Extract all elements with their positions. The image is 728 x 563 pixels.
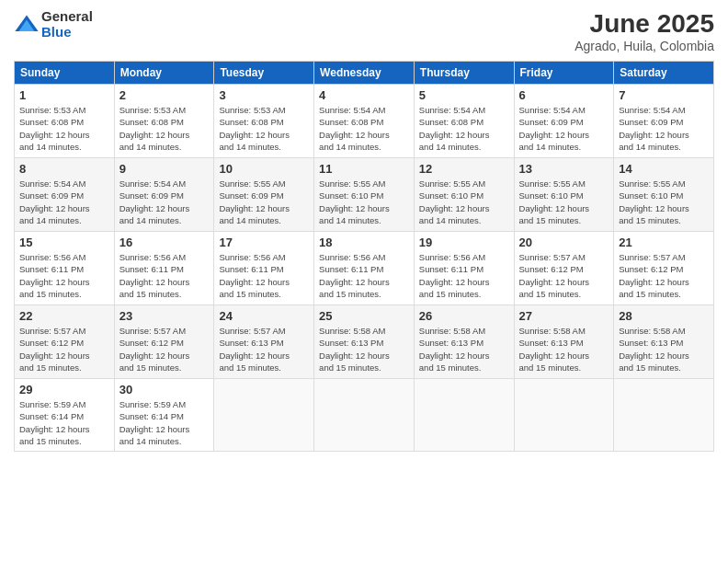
logo-text: General Blue <box>41 9 93 40</box>
day-number: 1 <box>19 88 109 102</box>
table-row: 30 Sunrise: 5:59 AM Sunset: 6:14 PM Dayl… <box>114 379 214 452</box>
day-info: Sunrise: 5:57 AM Sunset: 6:12 PM Dayligh… <box>619 251 709 300</box>
table-row: 29 Sunrise: 5:59 AM Sunset: 6:14 PM Dayl… <box>15 379 115 452</box>
table-row: 5 Sunrise: 5:54 AM Sunset: 6:08 PM Dayli… <box>414 85 514 158</box>
table-row: 12 Sunrise: 5:55 AM Sunset: 6:10 PM Dayl… <box>414 158 514 232</box>
day-info: Sunrise: 5:54 AM Sunset: 6:08 PM Dayligh… <box>319 104 409 153</box>
day-info: Sunrise: 5:55 AM Sunset: 6:10 PM Dayligh… <box>319 178 409 226</box>
table-row: 13 Sunrise: 5:55 AM Sunset: 6:10 PM Dayl… <box>514 158 614 232</box>
month-title: June 2025 <box>574 9 714 39</box>
table-row: 18 Sunrise: 5:56 AM Sunset: 6:11 PM Dayl… <box>314 232 415 305</box>
table-row: 7 Sunrise: 5:54 AM Sunset: 6:09 PM Dayli… <box>614 85 714 158</box>
day-info: Sunrise: 5:57 AM Sunset: 6:13 PM Dayligh… <box>219 325 309 373</box>
table-row: 15 Sunrise: 5:56 AM Sunset: 6:11 PM Dayl… <box>15 232 115 305</box>
day-info: Sunrise: 5:54 AM Sunset: 6:09 PM Dayligh… <box>119 178 210 226</box>
day-number: 20 <box>519 236 609 249</box>
header: General Blue June 2025 Agrado, Huila, Co… <box>14 9 714 53</box>
day-number: 14 <box>619 162 709 176</box>
table-row <box>314 379 415 452</box>
table-row: 1 Sunrise: 5:53 AM Sunset: 6:08 PM Dayli… <box>15 85 115 158</box>
day-info: Sunrise: 5:57 AM Sunset: 6:12 PM Dayligh… <box>19 325 109 373</box>
day-number: 21 <box>619 236 709 249</box>
table-row: 11 Sunrise: 5:55 AM Sunset: 6:10 PM Dayl… <box>314 158 415 232</box>
day-info: Sunrise: 5:56 AM Sunset: 6:11 PM Dayligh… <box>119 251 210 300</box>
day-info: Sunrise: 5:58 AM Sunset: 6:13 PM Dayligh… <box>619 325 709 373</box>
table-row <box>514 379 614 452</box>
day-number: 27 <box>519 309 609 323</box>
page: General Blue June 2025 Agrado, Huila, Co… <box>0 0 728 563</box>
logo-blue: Blue <box>41 25 93 40</box>
weekday-header-row: Sunday Monday Tuesday Wednesday Thursday… <box>15 62 714 85</box>
day-number: 25 <box>319 309 409 323</box>
table-row: 2 Sunrise: 5:53 AM Sunset: 6:08 PM Dayli… <box>114 85 214 158</box>
day-number: 15 <box>19 236 109 249</box>
day-number: 2 <box>119 88 210 102</box>
day-number: 6 <box>519 88 609 102</box>
day-number: 11 <box>319 162 409 176</box>
day-info: Sunrise: 5:59 AM Sunset: 6:14 PM Dayligh… <box>119 398 210 447</box>
table-row: 10 Sunrise: 5:55 AM Sunset: 6:09 PM Dayl… <box>214 158 314 232</box>
table-row: 4 Sunrise: 5:54 AM Sunset: 6:08 PM Dayli… <box>314 85 415 158</box>
day-number: 7 <box>619 88 709 102</box>
day-number: 18 <box>319 236 409 249</box>
day-info: Sunrise: 5:54 AM Sunset: 6:09 PM Dayligh… <box>619 104 709 153</box>
day-info: Sunrise: 5:55 AM Sunset: 6:09 PM Dayligh… <box>219 178 309 226</box>
table-row: 28 Sunrise: 5:58 AM Sunset: 6:13 PM Dayl… <box>614 305 714 379</box>
day-info: Sunrise: 5:53 AM Sunset: 6:08 PM Dayligh… <box>19 104 109 153</box>
table-row: 17 Sunrise: 5:56 AM Sunset: 6:11 PM Dayl… <box>214 232 314 305</box>
table-row <box>214 379 314 452</box>
day-info: Sunrise: 5:57 AM Sunset: 6:12 PM Dayligh… <box>119 325 210 373</box>
day-number: 22 <box>19 309 109 323</box>
day-info: Sunrise: 5:53 AM Sunset: 6:08 PM Dayligh… <box>119 104 210 153</box>
table-row: 6 Sunrise: 5:54 AM Sunset: 6:09 PM Dayli… <box>514 85 614 158</box>
header-wednesday: Wednesday <box>314 62 415 85</box>
header-saturday: Saturday <box>614 62 714 85</box>
calendar-table: Sunday Monday Tuesday Wednesday Thursday… <box>14 61 714 452</box>
day-number: 4 <box>319 88 409 102</box>
day-number: 23 <box>119 309 210 323</box>
header-tuesday: Tuesday <box>214 62 314 85</box>
table-row: 19 Sunrise: 5:56 AM Sunset: 6:11 PM Dayl… <box>414 232 514 305</box>
table-row <box>614 379 714 452</box>
day-info: Sunrise: 5:56 AM Sunset: 6:11 PM Dayligh… <box>419 251 509 300</box>
table-row: 26 Sunrise: 5:58 AM Sunset: 6:13 PM Dayl… <box>414 305 514 379</box>
day-info: Sunrise: 5:57 AM Sunset: 6:12 PM Dayligh… <box>519 251 609 300</box>
day-info: Sunrise: 5:54 AM Sunset: 6:08 PM Dayligh… <box>419 104 509 153</box>
table-row: 8 Sunrise: 5:54 AM Sunset: 6:09 PM Dayli… <box>15 158 115 232</box>
table-row: 25 Sunrise: 5:58 AM Sunset: 6:13 PM Dayl… <box>314 305 415 379</box>
day-number: 3 <box>219 88 309 102</box>
day-number: 10 <box>219 162 309 176</box>
day-info: Sunrise: 5:53 AM Sunset: 6:08 PM Dayligh… <box>219 104 309 153</box>
header-sunday: Sunday <box>15 62 115 85</box>
title-area: June 2025 Agrado, Huila, Colombia <box>574 9 714 53</box>
day-info: Sunrise: 5:56 AM Sunset: 6:11 PM Dayligh… <box>219 251 309 300</box>
table-row: 22 Sunrise: 5:57 AM Sunset: 6:12 PM Dayl… <box>15 305 115 379</box>
day-info: Sunrise: 5:55 AM Sunset: 6:10 PM Dayligh… <box>519 178 609 226</box>
day-info: Sunrise: 5:54 AM Sunset: 6:09 PM Dayligh… <box>519 104 609 153</box>
table-row: 24 Sunrise: 5:57 AM Sunset: 6:13 PM Dayl… <box>214 305 314 379</box>
table-row: 14 Sunrise: 5:55 AM Sunset: 6:10 PM Dayl… <box>614 158 714 232</box>
day-number: 5 <box>419 88 509 102</box>
day-number: 13 <box>519 162 609 176</box>
day-info: Sunrise: 5:55 AM Sunset: 6:10 PM Dayligh… <box>619 178 709 226</box>
header-monday: Monday <box>114 62 214 85</box>
table-row: 16 Sunrise: 5:56 AM Sunset: 6:11 PM Dayl… <box>114 232 214 305</box>
table-row <box>414 379 514 452</box>
day-info: Sunrise: 5:59 AM Sunset: 6:14 PM Dayligh… <box>19 398 109 447</box>
day-number: 8 <box>19 162 109 176</box>
table-row: 27 Sunrise: 5:58 AM Sunset: 6:13 PM Dayl… <box>514 305 614 379</box>
day-number: 24 <box>219 309 309 323</box>
day-info: Sunrise: 5:56 AM Sunset: 6:11 PM Dayligh… <box>319 251 409 300</box>
day-number: 16 <box>119 236 210 249</box>
day-number: 28 <box>619 309 709 323</box>
day-info: Sunrise: 5:58 AM Sunset: 6:13 PM Dayligh… <box>319 325 409 373</box>
logo-icon <box>14 12 40 38</box>
logo: General Blue <box>14 9 93 40</box>
day-number: 30 <box>119 383 210 396</box>
table-row: 23 Sunrise: 5:57 AM Sunset: 6:12 PM Dayl… <box>114 305 214 379</box>
location-title: Agrado, Huila, Colombia <box>574 39 714 53</box>
day-info: Sunrise: 5:55 AM Sunset: 6:10 PM Dayligh… <box>419 178 509 226</box>
day-number: 19 <box>419 236 509 249</box>
day-info: Sunrise: 5:56 AM Sunset: 6:11 PM Dayligh… <box>19 251 109 300</box>
day-info: Sunrise: 5:58 AM Sunset: 6:13 PM Dayligh… <box>419 325 509 373</box>
